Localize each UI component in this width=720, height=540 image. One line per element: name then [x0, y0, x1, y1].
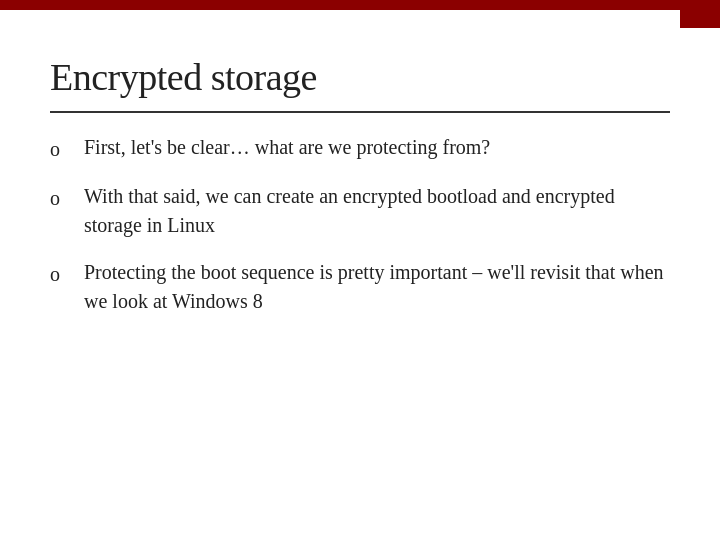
bullet-text-2: With that said, we can create an encrypt…	[84, 182, 670, 240]
bullet-item-1: o First, let's be clear… what are we pro…	[50, 133, 670, 164]
top-bar-decoration	[0, 0, 720, 10]
bullet-list: o First, let's be clear… what are we pro…	[50, 133, 670, 316]
title-divider	[50, 111, 670, 113]
slide: Encrypted storage o First, let's be clea…	[0, 0, 720, 540]
bullet-text-3: Protecting the boot sequence is pretty i…	[84, 258, 670, 316]
bullet-item-3: o Protecting the boot sequence is pretty…	[50, 258, 670, 316]
bullet-marker-2: o	[50, 184, 74, 213]
corner-box-decoration	[680, 0, 720, 28]
bullet-marker-3: o	[50, 260, 74, 289]
bullet-text-1: First, let's be clear… what are we prote…	[84, 133, 670, 162]
bullet-item-2: o With that said, we can create an encry…	[50, 182, 670, 240]
bullet-marker-1: o	[50, 135, 74, 164]
slide-title: Encrypted storage	[50, 55, 670, 99]
title-section: Encrypted storage	[50, 55, 670, 99]
